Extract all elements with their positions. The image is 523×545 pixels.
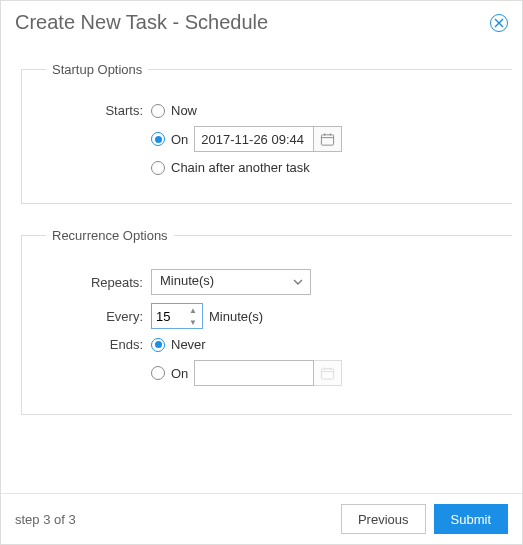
ends-never-radio[interactable]: Never bbox=[151, 337, 206, 352]
form-content: Startup Options Starts: Now On bbox=[11, 42, 512, 459]
repeats-row: Repeats: Minute(s) bbox=[36, 269, 506, 295]
ends-on-date-wrap bbox=[194, 360, 342, 386]
radio-icon bbox=[151, 338, 165, 352]
startup-legend: Startup Options bbox=[46, 62, 148, 77]
ends-row-never: Ends: Never bbox=[36, 337, 506, 352]
close-button[interactable] bbox=[490, 14, 508, 32]
radio-icon bbox=[151, 366, 165, 380]
starts-chain-radio[interactable]: Chain after another task bbox=[151, 160, 310, 175]
starts-on-label: On bbox=[171, 132, 188, 147]
ends-on-date-input[interactable] bbox=[194, 360, 314, 386]
every-input[interactable] bbox=[152, 304, 184, 328]
starts-now-label: Now bbox=[171, 103, 197, 118]
modal-body: Startup Options Starts: Now On bbox=[1, 42, 522, 493]
modal-title: Create New Task - Schedule bbox=[15, 11, 268, 34]
close-icon bbox=[494, 18, 504, 28]
starts-on-calendar-button[interactable] bbox=[314, 126, 342, 152]
repeats-select[interactable]: Minute(s) bbox=[151, 269, 311, 295]
ends-label: Ends: bbox=[36, 337, 151, 352]
every-spinner: ▲ ▼ bbox=[151, 303, 203, 329]
svg-rect-2 bbox=[322, 134, 334, 144]
ends-row-on: On bbox=[36, 360, 506, 386]
modal-footer: step 3 of 3 Previous Submit bbox=[1, 493, 522, 544]
ends-on-radio[interactable]: On bbox=[151, 366, 188, 381]
modal-header: Create New Task - Schedule bbox=[1, 1, 522, 42]
repeats-label: Repeats: bbox=[36, 275, 151, 290]
radio-icon bbox=[151, 104, 165, 118]
starts-chain-label: Chain after another task bbox=[171, 160, 310, 175]
starts-row-now: Starts: Now bbox=[36, 103, 506, 118]
spinner-down-button[interactable]: ▼ bbox=[184, 316, 202, 328]
step-indicator: step 3 of 3 bbox=[15, 512, 333, 527]
recurrence-legend: Recurrence Options bbox=[46, 228, 174, 243]
starts-on-date-wrap bbox=[194, 126, 342, 152]
svg-rect-6 bbox=[322, 368, 334, 378]
ends-on-label: On bbox=[171, 366, 188, 381]
submit-button[interactable]: Submit bbox=[434, 504, 508, 534]
previous-button[interactable]: Previous bbox=[341, 504, 426, 534]
starts-now-radio[interactable]: Now bbox=[151, 103, 197, 118]
starts-on-date-input[interactable] bbox=[194, 126, 314, 152]
create-task-modal: Create New Task - Schedule Startup Optio… bbox=[0, 0, 523, 545]
starts-label: Starts: bbox=[36, 103, 151, 118]
starts-row-chain: Chain after another task bbox=[36, 160, 506, 175]
recurrence-options-group: Recurrence Options Repeats: Minute(s) Ev… bbox=[21, 228, 512, 415]
startup-options-group: Startup Options Starts: Now On bbox=[21, 62, 512, 204]
starts-row-on: On bbox=[36, 126, 506, 152]
ends-on-calendar-button[interactable] bbox=[314, 360, 342, 386]
calendar-icon bbox=[320, 132, 335, 147]
spinner-up-button[interactable]: ▲ bbox=[184, 304, 202, 316]
every-label: Every: bbox=[36, 309, 151, 324]
repeats-select-wrap: Minute(s) bbox=[151, 269, 311, 295]
scroll-area[interactable]: Startup Options Starts: Now On bbox=[11, 42, 512, 483]
spinner-buttons: ▲ ▼ bbox=[184, 304, 202, 328]
radio-icon bbox=[151, 161, 165, 175]
starts-on-radio[interactable]: On bbox=[151, 132, 188, 147]
every-unit: Minute(s) bbox=[209, 309, 263, 324]
calendar-icon bbox=[320, 366, 335, 381]
radio-icon bbox=[151, 132, 165, 146]
every-row: Every: ▲ ▼ Minute(s) bbox=[36, 303, 506, 329]
ends-never-label: Never bbox=[171, 337, 206, 352]
